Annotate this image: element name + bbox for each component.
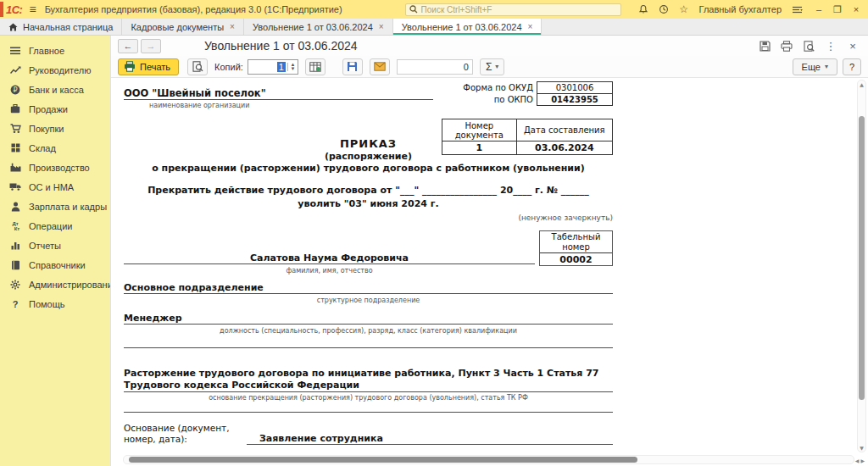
send-email-button[interactable] xyxy=(370,58,390,75)
okpo-value: 01423955 xyxy=(537,94,613,106)
employee-caption: фамилия, имя, отчество xyxy=(124,267,535,275)
sidebar-item-administration[interactable]: Администрирование xyxy=(0,275,110,294)
history-icon[interactable] xyxy=(656,3,671,16)
horizontal-scroll-arrows[interactable]: ◀▶ xyxy=(855,458,866,463)
boxes-grid-icon xyxy=(8,142,22,153)
order-subtitle: (распоряжение) xyxy=(124,151,613,162)
help-button[interactable]: ? xyxy=(843,58,861,75)
maximize-button[interactable]: ❐ xyxy=(831,4,844,15)
titlebar: 1С: ≡ Бухгалтерия предприятия (базовая),… xyxy=(0,0,868,19)
more-menu-icon[interactable]: ⋮ xyxy=(822,38,839,53)
position-caption: должность (специальность, профессия), ра… xyxy=(124,327,613,335)
back-button[interactable]: ← xyxy=(118,39,138,53)
main-menu-icon[interactable]: ≡ xyxy=(29,3,36,16)
menu-lines-icon xyxy=(8,45,22,56)
scroll-up-arrow[interactable]: ▲ xyxy=(858,81,865,87)
ruble-coin-icon: ₽ xyxy=(8,84,22,95)
preview-icon[interactable] xyxy=(800,38,817,53)
sidebar-item-help[interactable]: ? Помощь xyxy=(0,294,110,313)
sidebar-item-salary-hr[interactable]: Зарплата и кадры xyxy=(0,197,110,216)
document-title: Увольнение 1 от 03.06.2024 xyxy=(204,39,751,53)
copies-stepper[interactable]: 1 ▲ ▼ xyxy=(248,59,298,75)
spinner-arrows[interactable]: ▲ ▼ xyxy=(287,63,298,71)
terminate-line: Прекратить действие трудового договора о… xyxy=(124,185,613,196)
organization-underline xyxy=(124,86,433,100)
tab-dismissal-1[interactable]: Увольнение 1 от 03.06.2024 × xyxy=(244,19,393,35)
strike-note: (ненужное зачеркнуть) xyxy=(494,214,613,222)
person-icon xyxy=(8,201,22,212)
factory-icon xyxy=(8,162,22,173)
1c-logo: 1С: xyxy=(6,3,22,16)
vertical-scroll-thumb[interactable] xyxy=(859,116,865,400)
order-title: ПРИКАЗ xyxy=(124,137,613,150)
horizontal-scroll-thumb[interactable] xyxy=(129,457,637,463)
service-menu-icon[interactable] xyxy=(789,3,804,16)
document-window-header: ← → Увольнение 1 от 03.06.2024 ⋮ × xyxy=(111,36,868,56)
tab-close-icon[interactable]: × xyxy=(379,22,384,31)
preview-button[interactable] xyxy=(187,58,208,75)
close-window-button[interactable]: × xyxy=(849,4,863,14)
tab-close-icon[interactable]: × xyxy=(528,22,533,31)
tab-label: Начальная страница xyxy=(23,22,113,32)
empty-underline-1 xyxy=(124,347,613,348)
sidebar-item-sales[interactable]: Продажи xyxy=(0,99,110,119)
personnel-label-line2: номер xyxy=(562,242,590,252)
sidebar-item-operations[interactable]: Дт Кт Операции xyxy=(0,216,110,236)
tab-label: Увольнение 1 от 03.06.2024 xyxy=(253,22,373,32)
app-title: Бухгалтерия предприятия (базовая), редак… xyxy=(45,4,342,14)
order-subject: о прекращении (расторжении) трудового до… xyxy=(124,163,613,174)
okud-okpo-table: 0301006 01423955 xyxy=(537,81,613,106)
position-underline xyxy=(124,311,613,325)
sidebar-item-directories[interactable]: Справочники xyxy=(0,255,110,275)
tab-close-icon[interactable]: × xyxy=(230,22,235,31)
question-mark-icon: ? xyxy=(8,298,22,309)
sum-field[interactable] xyxy=(397,59,473,75)
sidebar-item-manager[interactable]: Руководителю xyxy=(0,60,110,80)
scroll-down-arrow[interactable]: ▼ xyxy=(858,445,865,451)
notifications-bell-icon[interactable] xyxy=(636,3,651,16)
sidebar-item-fixed-assets[interactable]: ОС и НМА xyxy=(0,177,110,197)
tab-bar: Начальная страница Кадровые документы × … xyxy=(0,19,868,36)
tab-personnel-documents[interactable]: Кадровые документы × xyxy=(122,19,244,35)
trend-chart-icon xyxy=(8,64,22,75)
sidebar-item-main[interactable]: Главное xyxy=(0,41,110,60)
app-window: 1С: ≡ Бухгалтерия предприятия (базовая),… xyxy=(0,0,868,466)
save-icon[interactable] xyxy=(756,38,773,53)
favorites-star-icon[interactable]: ☆ xyxy=(676,3,692,16)
sidebar-item-production[interactable]: Производство xyxy=(0,158,110,177)
sidebar-item-reports[interactable]: Отчеты xyxy=(0,236,110,255)
sidebar-item-purchases[interactable]: Покупки xyxy=(0,119,110,138)
vertical-scrollbar[interactable]: ▲ ▼ xyxy=(857,80,866,452)
briefcase-icon xyxy=(8,103,22,114)
empty-underline-2 xyxy=(124,412,613,413)
sidebar-item-bank-cash[interactable]: ₽ Банк и касса xyxy=(0,80,110,99)
print-button[interactable]: Печать xyxy=(118,58,179,75)
forward-button[interactable]: → xyxy=(141,39,161,53)
department-underline xyxy=(124,280,613,294)
save-button[interactable] xyxy=(342,58,363,75)
okud-label: Форма по ОКУД xyxy=(433,83,533,92)
minimize-button[interactable]: – xyxy=(812,4,826,14)
section-sidebar: Главное Руководителю ₽ Банк и касса Прод… xyxy=(0,36,110,466)
book-icon xyxy=(8,259,22,270)
home-icon xyxy=(8,23,18,31)
close-document-icon[interactable]: × xyxy=(844,38,861,53)
tab-home[interactable]: Начальная страница xyxy=(0,19,122,35)
print-icon[interactable] xyxy=(778,38,795,53)
sum-button[interactable]: Σ ▾ xyxy=(480,58,504,75)
window-edge-accent xyxy=(0,2,3,17)
more-button[interactable]: Еще ▾ xyxy=(793,58,837,75)
reason-underline xyxy=(124,391,613,392)
tab-label: Кадровые документы xyxy=(131,22,224,32)
print-button-label: Печать xyxy=(140,62,170,72)
sidebar-item-warehouse[interactable]: Склад xyxy=(0,138,110,158)
printer-settings-button[interactable] xyxy=(305,58,326,75)
current-user[interactable]: Главный бухгалтер xyxy=(699,4,782,14)
tab-label: Увольнение 1 от 03.06.2024 xyxy=(402,22,522,32)
global-search[interactable] xyxy=(405,3,621,16)
personnel-number-box: Табельный номер 00002 xyxy=(539,230,613,266)
department-caption: структурное подразделение xyxy=(124,297,613,304)
horizontal-scrollbar[interactable] xyxy=(123,455,854,464)
search-input[interactable] xyxy=(421,5,617,14)
tab-dismissal-print-form[interactable]: Увольнение 1 от 03.06.2024 × xyxy=(393,19,542,35)
